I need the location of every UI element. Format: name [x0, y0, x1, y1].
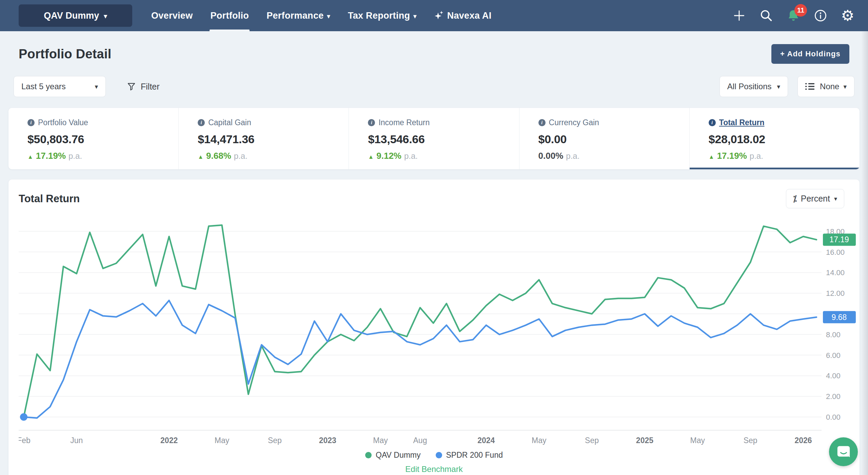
settings-gear-icon[interactable]: ⚙	[840, 8, 855, 23]
nav-item-navexa-ai[interactable]: Navexa AI	[426, 0, 500, 31]
chat-bubble-button[interactable]	[829, 437, 858, 466]
up-arrow-icon: ▲	[198, 154, 203, 160]
stat-change-percent: 0.00%	[538, 151, 564, 161]
info-icon: i	[27, 119, 35, 126]
stat-change-suffix: p.a.	[566, 151, 579, 161]
group-by-selector[interactable]: None ▾	[797, 76, 854, 97]
y-axis-tick-label: 16.00	[826, 248, 845, 256]
chevron-down-icon: ▾	[834, 195, 837, 203]
x-axis-tick-label: Sep	[268, 436, 282, 445]
y-axis-tick-label: 4.00	[826, 372, 841, 380]
stat-change-suffix: p.a.	[68, 151, 82, 161]
portfolio-selector-dropdown[interactable]: QAV Dummy ▾	[19, 4, 132, 27]
group-by-selector-value: None	[820, 82, 839, 91]
stat-change-suffix: p.a.	[404, 151, 418, 161]
info-icon[interactable]	[813, 8, 828, 23]
nav-item-overview[interactable]: Overview	[142, 0, 201, 31]
x-axis-tick-label: Sep	[744, 436, 757, 445]
info-icon: i	[368, 119, 375, 126]
stat-card-capital-gain[interactable]: iCapital Gain$14,471.36▲9.68%p.a.	[178, 108, 349, 169]
stat-card-total-return[interactable]: iTotal Return$28,018.02▲17.19%p.a.	[689, 108, 860, 169]
y-axis-tick-label: 6.00	[826, 351, 841, 360]
page-header: Portfolio Detail + Add Holdings	[8, 44, 860, 64]
nav-item-label: Tax Reporting	[348, 11, 410, 21]
stat-change-percent: 9.12%	[376, 151, 401, 161]
x-axis-tick-label: May	[532, 436, 547, 445]
series-start-dot	[20, 413, 27, 421]
legend-label: QAV Dummy	[376, 451, 420, 460]
stat-card-header: iCapital Gain	[198, 118, 342, 127]
stat-change-suffix: p.a.	[750, 151, 763, 161]
y-axis-tick-label: 0.00	[826, 413, 841, 421]
x-axis-tick-label: 2023	[319, 436, 336, 445]
stat-card-header: iCurrency Gain	[538, 118, 683, 127]
x-axis-tick-label: Sep	[585, 436, 599, 445]
y-axis-tick-label: 2.00	[826, 392, 841, 401]
percent-icon: ⁒	[793, 194, 797, 204]
notification-count-badge: 11	[794, 4, 807, 17]
legend-item-qav-dummy[interactable]: QAV Dummy	[365, 451, 420, 460]
search-icon[interactable]	[759, 8, 774, 23]
stat-card-income-return[interactable]: iIncome Return$13,546.66▲9.12%p.a.	[349, 108, 519, 169]
scroll-gutter	[861, 31, 868, 475]
nav-item-tax-reporting[interactable]: Tax Reporting▾	[339, 0, 426, 31]
add-holdings-button[interactable]: + Add Holdings	[771, 44, 849, 64]
stat-change-row: ▲9.12%p.a.	[368, 151, 512, 161]
nav-item-portfolio[interactable]: Portfolio	[201, 0, 258, 31]
stat-change-row: ▲9.68%p.a.	[198, 151, 342, 161]
up-arrow-icon: ▲	[27, 154, 33, 160]
series-line-spdr-200-fund	[24, 301, 816, 418]
stat-change-suffix: p.a.	[234, 151, 248, 161]
x-axis-tick-label: Feb	[19, 436, 31, 445]
chart-unit-selector[interactable]: ⁒ Percent ▾	[786, 189, 844, 208]
stat-change-row: 0.00%p.a.	[538, 151, 683, 161]
stat-label: Capital Gain	[208, 118, 251, 127]
legend-item-spdr-200-fund[interactable]: SPDR 200 Fund	[436, 451, 503, 460]
stat-card-header: iTotal Return	[709, 118, 853, 127]
info-icon: i	[709, 119, 716, 126]
chart-legend: QAV DummySPDR 200 Fund	[8, 451, 860, 460]
chevron-down-icon: ▾	[843, 83, 847, 91]
nav-item-label: Navexa AI	[447, 11, 492, 21]
stat-value: $14,471.36	[198, 133, 342, 146]
up-arrow-icon: ▲	[709, 154, 714, 160]
stat-card-portfolio-value[interactable]: iPortfolio Value$50,803.76▲17.19%p.a.	[8, 108, 178, 169]
x-axis-tick-label: Aug	[413, 436, 427, 445]
stat-value: $0.00	[538, 133, 683, 146]
page-title: Portfolio Detail	[19, 47, 111, 61]
funnel-icon	[127, 82, 136, 91]
edit-benchmark-link[interactable]: Edit Benchmark	[8, 464, 860, 474]
nav-item-performance[interactable]: Performance▾	[258, 0, 339, 31]
total-return-line-chart[interactable]: 0.002.004.006.008.0010.0012.0014.0016.00…	[19, 214, 860, 448]
x-axis-tick-label: May	[373, 436, 388, 445]
chevron-down-icon: ▾	[327, 13, 330, 20]
stat-label: Income Return	[378, 118, 430, 127]
list-icon	[805, 82, 814, 91]
series-end-badge-value: 9.68	[832, 313, 847, 322]
legend-dot-icon	[365, 452, 372, 458]
positions-selector-value: All Positions	[727, 82, 772, 91]
stat-change-percent: 9.68%	[206, 151, 231, 161]
stat-card-header: iPortfolio Value	[27, 118, 172, 127]
chevron-down-icon: ▾	[95, 83, 98, 91]
stat-card-currency-gain[interactable]: iCurrency Gain$0.000.00%p.a.	[519, 108, 689, 169]
filter-row: Last 5 years ▾ Filter All Positions ▾ No…	[8, 76, 860, 97]
x-axis-tick-label: Jun	[70, 436, 83, 445]
x-axis-tick-label: 2025	[636, 436, 653, 445]
filter-button[interactable]: Filter	[127, 82, 160, 92]
period-selector[interactable]: Last 5 years ▾	[14, 76, 106, 97]
x-axis-tick-label: 2024	[477, 436, 495, 445]
nav-action-icons: 11 ⚙	[732, 0, 855, 31]
stat-label: Portfolio Value	[38, 118, 88, 127]
add-plus-icon[interactable]	[732, 8, 747, 23]
y-axis-tick-label: 14.00	[826, 268, 845, 277]
nav-item-label: Performance	[267, 11, 323, 21]
stat-change-percent: 17.19%	[717, 151, 747, 161]
stat-card-header: iIncome Return	[368, 118, 512, 127]
positions-selector[interactable]: All Positions ▾	[719, 76, 788, 97]
notifications-bell-icon[interactable]: 11	[786, 8, 801, 23]
period-selector-value: Last 5 years	[21, 82, 66, 91]
nav-item-label: Portfolio	[210, 11, 249, 21]
chevron-down-icon: ▾	[413, 13, 416, 20]
up-arrow-icon: ▲	[368, 154, 374, 160]
